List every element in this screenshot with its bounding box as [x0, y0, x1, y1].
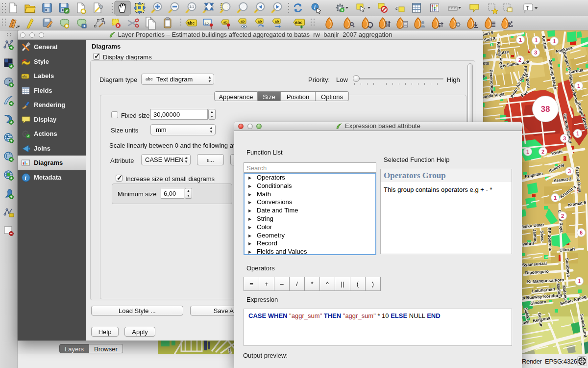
svg-text:1: 1 [519, 37, 522, 43]
svg-text:1:1: 1:1 [190, 5, 195, 8]
svg-text:1: 1 [577, 83, 580, 89]
svg-text:ε: ε [395, 4, 398, 11]
svg-text:3: 3 [563, 135, 566, 141]
svg-text:3: 3 [568, 168, 571, 174]
svg-text:2: 2 [561, 213, 564, 219]
svg-text:2: 2 [541, 149, 544, 155]
svg-text:38: 38 [541, 105, 550, 114]
svg-text:1: 1 [535, 37, 538, 43]
svg-text:1: 1 [554, 195, 557, 201]
svg-text:abc: abc [23, 75, 28, 78]
svg-text:6: 6 [580, 230, 583, 236]
svg-text:2: 2 [518, 57, 521, 63]
svg-text:1: 1 [578, 278, 581, 284]
svg-text:ab: ab [205, 22, 209, 25]
svg-text:T: T [526, 5, 529, 11]
svg-text:1: 1 [576, 131, 579, 136]
svg-text:3: 3 [534, 50, 537, 55]
svg-text:1: 1 [553, 38, 556, 44]
svg-text:Sawo: Sawo [539, 230, 545, 241]
svg-text:1: 1 [526, 149, 529, 155]
